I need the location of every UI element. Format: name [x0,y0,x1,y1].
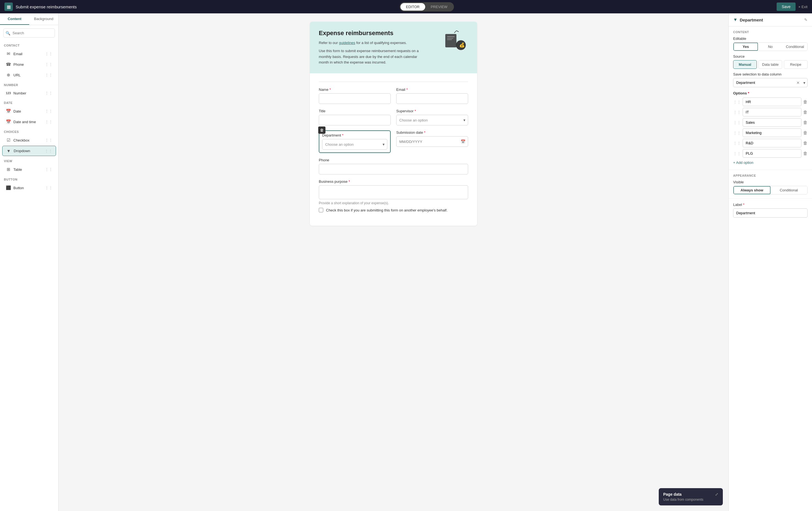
behalf-checkbox[interactable] [319,208,323,212]
email-field: Email * [396,88,468,104]
sidebar-item-number[interactable]: 123 Number ⋮⋮ [2,88,56,98]
editable-label: Editable [733,36,808,41]
topbar-left: ▦ Submit expense reimbursements [4,2,77,11]
always-show-btn[interactable]: Always show [733,186,771,194]
option-drag-handle[interactable]: ⋮⋮ [733,141,741,145]
title-field: Title [319,109,391,125]
option-input-marketing[interactable] [743,128,802,137]
form-container: Expense reimbursements Refer to our guid… [310,22,477,226]
right-panel: ▼ Department ✎ CONTENT Editable Yes No C… [728,13,812,511]
sidebar-item-button[interactable]: ⬛ Button ⋮⋮ [2,183,56,193]
appearance-label: APPEARANCE [733,174,808,177]
option-delete-hr[interactable]: 🗑 [803,99,808,104]
search-input[interactable] [3,28,55,38]
option-delete-sales[interactable]: 🗑 [803,120,808,125]
url-icon: ⊕ [6,72,11,78]
calendar-icon: 📅 [461,139,465,144]
drag-handle[interactable]: ⋮⋮ [45,52,53,56]
number-icon: 123 [6,91,11,95]
option-input-it[interactable] [743,108,802,117]
sidebar-item-datetime[interactable]: 📅 Date and time ⋮⋮ [2,117,56,127]
option-delete-rd[interactable]: 🗑 [803,141,808,146]
content-section-label: CONTENT [733,30,808,34]
section-choices-label: CHOICES [0,127,58,134]
name-field: Name * [319,88,391,104]
tab-background[interactable]: Background [29,13,59,25]
sidebar-item-date[interactable]: 📅 Date ⋮⋮ [2,106,56,116]
left-sidebar: Content Background 🔍 CONTACT ✉ Email ⋮⋮ … [0,13,59,511]
source-datatable-btn[interactable]: Data table [758,60,782,69]
save-button[interactable]: Save [777,2,795,11]
drag-handle[interactable]: ⋮⋮ [45,167,53,172]
panel-label-section: Label * [729,199,812,221]
dropdown-label: Dropdown [13,149,30,153]
exit-button[interactable]: × Exit [799,5,808,9]
form-description: Refer to our guidelines for a list of qu… [319,40,425,46]
source-recipe-btn[interactable]: Recipe [784,60,808,69]
save-column-clear-icon[interactable]: ✕ [796,81,800,85]
form-header-illustration: 💰 [440,30,468,52]
option-row: ⋮⋮ 🗑 [733,108,808,117]
panel-edit-icon[interactable]: ✎ [804,18,808,22]
sidebar-item-table[interactable]: ⊞ Table ⋮⋮ [2,164,56,174]
drag-handle[interactable]: ⋮⋮ [45,73,53,77]
preview-mode-btn[interactable]: PREVIEW [425,3,453,10]
department-select[interactable]: Choose an option [322,139,387,150]
guidelines-link[interactable]: guidelines [339,41,355,45]
editable-conditional-btn[interactable]: Conditional [783,42,807,51]
main-content: Expense reimbursements Refer to our guid… [59,13,728,511]
option-drag-handle[interactable]: ⋮⋮ [733,110,741,115]
option-input-plg[interactable] [743,149,802,158]
drag-handle[interactable]: ⋮⋮ [45,120,53,124]
panel-title: Department [740,18,763,22]
datetime-icon: 📅 [6,119,11,124]
sidebar-item-checkbox[interactable]: ☑ Checkbox ⋮⋮ [2,135,56,145]
sidebar-item-email[interactable]: ✉ Email ⋮⋮ [2,49,56,59]
option-input-hr[interactable] [743,97,802,106]
email-input[interactable] [396,93,468,104]
source-manual-btn[interactable]: Manual [733,60,757,69]
drag-handle[interactable]: ⋮⋮ [45,149,52,153]
topbar: ▦ Submit expense reimbursements EDITOR P… [0,0,812,13]
drag-handle[interactable]: ⋮⋮ [45,138,53,142]
option-drag-handle[interactable]: ⋮⋮ [733,120,741,125]
phone-input[interactable] [319,164,468,174]
page-data-banner: Page data ⤢ Use data from components [659,488,723,505]
editable-yes-btn[interactable]: Yes [733,42,758,51]
drag-handle[interactable]: ⋮⋮ [45,109,53,113]
business-purpose-input[interactable] [319,185,468,199]
drag-handle[interactable]: ⋮⋮ [45,62,53,67]
department-field-wrap: 🗑 Department * Choose an option ▾ [319,130,391,153]
option-delete-marketing[interactable]: 🗑 [803,130,808,136]
phone-icon: ☎ [6,62,11,67]
section-view-label: VIEW [0,157,58,164]
label-input[interactable] [733,208,808,218]
tab-content[interactable]: Content [0,13,29,25]
sidebar-item-dropdown[interactable]: ▼ Dropdown ⋮⋮ [2,146,56,156]
option-delete-it[interactable]: 🗑 [803,110,808,115]
option-drag-handle[interactable]: ⋮⋮ [733,131,741,135]
conditional-show-btn[interactable]: Conditional [771,186,808,194]
drag-handle[interactable]: ⋮⋮ [45,186,53,190]
option-input-rd[interactable] [743,139,802,147]
panel-appearance-section: APPEARANCE Visible Always show Condition… [729,170,812,199]
add-option-button[interactable]: + Add option [733,159,753,166]
supervisor-select[interactable]: Choose an option [396,115,468,125]
sidebar-item-url[interactable]: ⊕ URL ⋮⋮ [2,70,56,80]
page-data-expand-icon[interactable]: ⤢ [715,492,718,497]
option-drag-handle[interactable]: ⋮⋮ [733,151,741,156]
editable-no-btn[interactable]: No [758,42,782,51]
option-input-sales[interactable] [743,118,802,127]
name-input[interactable] [319,93,391,104]
editor-mode-btn[interactable]: EDITOR [400,3,425,10]
title-input[interactable] [319,115,391,125]
sidebar-item-phone[interactable]: ☎ Phone ⋮⋮ [2,59,56,69]
title-label: Title [319,109,391,113]
checkbox-label: Checkbox [13,138,30,142]
section-button-label: BUTTON [0,175,58,182]
department-delete-button[interactable]: 🗑 [318,126,325,134]
option-drag-handle[interactable]: ⋮⋮ [733,100,741,104]
drag-handle[interactable]: ⋮⋮ [45,91,53,95]
submission-date-input[interactable] [396,136,468,147]
option-delete-plg[interactable]: 🗑 [803,151,808,156]
